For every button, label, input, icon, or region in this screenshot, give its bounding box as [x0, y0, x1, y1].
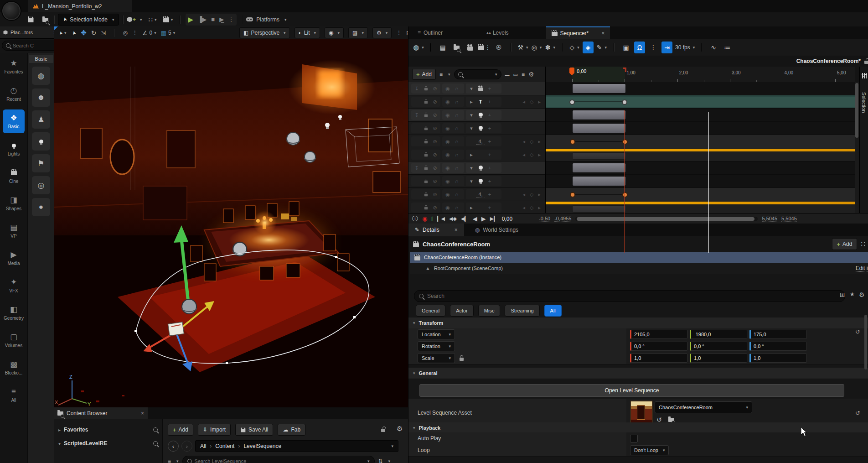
track-section[interactable]: [572, 110, 626, 120]
next-key-icon[interactable]: ▸: [538, 152, 541, 158]
prev-key-icon[interactable]: ◂: [522, 152, 525, 158]
info-icon[interactable]: ⓘ: [412, 216, 418, 222]
track-row-5[interactable]: ⊘◉∩▸+◂◇▸: [408, 148, 545, 161]
tree-item-favorites[interactable]: ▸ Favorites: [54, 423, 162, 437]
track-section[interactable]: [572, 163, 626, 173]
solo-icon[interactable]: ∩: [452, 205, 461, 210]
auto-key-toggle[interactable]: ◈: [583, 42, 594, 53]
path-breadcrumb[interactable]: All›Content›LevelSequence ▾: [195, 440, 398, 452]
view-range-end-field[interactable]: 5,5045: [781, 216, 797, 222]
solo-icon[interactable]: ∩: [452, 139, 461, 144]
lit-dropdown[interactable]: ◐Lit▾: [294, 27, 320, 38]
viewport-tool-select-dropdown[interactable]: ➤▾: [57, 27, 67, 38]
place-category-favorites[interactable]: ★Favorites: [0, 53, 27, 80]
favorites-icon[interactable]: ★: [850, 291, 855, 297]
breadcrumb-content[interactable]: Content: [215, 443, 234, 449]
rotation-y-field[interactable]: 0,0 °: [690, 342, 747, 351]
place-item-trigger-sphere[interactable]: ●: [32, 198, 50, 216]
next-key-icon[interactable]: ▸: [538, 139, 541, 145]
filter-chip-streaming[interactable]: Streaming: [505, 305, 539, 317]
add-section-icon[interactable]: +: [485, 192, 494, 197]
track-row-1[interactable]: ⊘◉∩▸T+◂◇▸: [408, 95, 545, 109]
play-forward-button[interactable]: ▶: [481, 216, 486, 222]
keyframe[interactable]: [570, 192, 575, 198]
track-row-6[interactable]: ↧⊘◉∩▾+: [408, 161, 545, 175]
lock-icon[interactable]: [421, 99, 430, 105]
track-lane-8[interactable]: [546, 188, 855, 201]
place-category-cine[interactable]: Cine: [0, 162, 27, 190]
track-section[interactable]: [572, 83, 626, 94]
track-row-9[interactable]: ⊘◉∩▸+◂◇▸: [408, 201, 545, 213]
place-item-character[interactable]: ☻: [32, 88, 50, 107]
next-key-icon[interactable]: ▸: [538, 192, 541, 198]
visible-icon[interactable]: ◉: [443, 139, 452, 145]
advance-button[interactable]: ▶̲: [219, 16, 224, 23]
filter-chip-actor[interactable]: Actor: [450, 305, 474, 317]
place-category-vp[interactable]: ▤VP: [0, 217, 27, 245]
details-search-input[interactable]: Search: [414, 290, 845, 302]
size-small-icon[interactable]: ▬: [505, 72, 510, 77]
collapse-caret[interactable]: ▾: [467, 165, 476, 171]
browse-sequence-icon[interactable]: [451, 42, 462, 53]
add-key-icon[interactable]: ◇: [530, 205, 533, 211]
place-actors-search-input[interactable]: Search C: [2, 41, 59, 51]
save-icon[interactable]: [26, 14, 36, 25]
place-category-lights[interactable]: Lights: [0, 135, 27, 162]
sequence-hierarchy-icon[interactable]: ≔: [722, 42, 733, 53]
lock-icon[interactable]: [421, 151, 430, 158]
viewport-kebab[interactable]: ⋮: [396, 30, 402, 36]
history-forward-button[interactable]: ›: [181, 441, 192, 452]
pin-icon[interactable]: ↧: [412, 86, 421, 92]
track-row-7[interactable]: ⊘◉∩▾+: [408, 175, 545, 188]
visible-icon[interactable]: ◉: [443, 112, 452, 118]
gear-icon[interactable]: ⚙: [397, 425, 403, 433]
visible-icon[interactable]: ◉: [443, 205, 452, 211]
place-category-geometry[interactable]: ◧Geometry: [0, 299, 27, 327]
panel-tab-outliner[interactable]: ≡Outliner: [412, 26, 448, 39]
expand-caret[interactable]: ▸: [467, 205, 476, 211]
keyframe[interactable]: [622, 99, 627, 105]
panel-tab-sequencer[interactable]: Sequencer*×: [546, 26, 610, 39]
place-category-blocko[interactable]: ▩Blocko...: [0, 354, 27, 381]
filter-chip-general[interactable]: General: [416, 305, 445, 317]
add-key-icon[interactable]: ◇: [530, 152, 533, 158]
prev-key-icon[interactable]: ◂: [522, 192, 525, 198]
details-scrollbar[interactable]: [864, 315, 867, 369]
visible-icon[interactable]: ◉: [443, 165, 452, 171]
add-section-icon[interactable]: +: [485, 86, 494, 91]
solo-icon[interactable]: ∩: [452, 192, 461, 197]
scale-x-field[interactable]: 1,0: [630, 354, 687, 363]
move-tool-icon[interactable]: ✥: [81, 29, 87, 37]
solo-icon[interactable]: ∩: [452, 125, 461, 131]
mute-icon[interactable]: ⊘: [430, 165, 439, 171]
next-key-icon[interactable]: ▸: [538, 99, 541, 105]
blueprints-dropdown[interactable]: ∷▾: [148, 14, 158, 25]
mute-icon[interactable]: ⊘: [430, 125, 439, 131]
prev-key-icon[interactable]: ◂: [522, 205, 525, 211]
prev-key-button[interactable]: ◀◆: [449, 216, 457, 221]
next-key-icon[interactable]: ▸: [538, 205, 541, 211]
place-category-basic[interactable]: ❖Basic: [0, 108, 27, 135]
scale-z-field[interactable]: 1,0: [749, 354, 807, 363]
add-key-icon[interactable]: ◇: [530, 99, 533, 105]
solo-icon[interactable]: ∩: [452, 178, 461, 184]
tab-world-settings[interactable]: ◍ World Settings: [469, 224, 525, 236]
scale-y-field[interactable]: 1,0: [690, 354, 747, 363]
track-section[interactable]: [572, 176, 626, 186]
mute-icon[interactable]: ⊘: [430, 192, 439, 198]
filter-chip-misc[interactable]: Misc: [478, 305, 501, 317]
play-options-kebab[interactable]: ⋮: [228, 16, 234, 23]
track-section[interactable]: [572, 205, 626, 213]
add-section-icon[interactable]: +: [485, 112, 494, 118]
mute-icon[interactable]: ⊘: [430, 178, 439, 184]
lock-icon[interactable]: [421, 165, 430, 171]
pin-icon[interactable]: ↧: [412, 112, 421, 118]
place-category-volumes[interactable]: ▢Volumes: [0, 327, 27, 354]
place-actors-tab[interactable]: Plac...tors ×: [0, 26, 59, 39]
breadcrumb-all[interactable]: All: [200, 443, 206, 449]
visible-icon[interactable]: ◉: [443, 86, 452, 92]
place-item-point-light[interactable]: [32, 132, 50, 151]
prev-key-icon[interactable]: ◂: [522, 99, 525, 105]
lock-icon[interactable]: [421, 112, 430, 118]
track-lane-6[interactable]: [546, 161, 855, 175]
